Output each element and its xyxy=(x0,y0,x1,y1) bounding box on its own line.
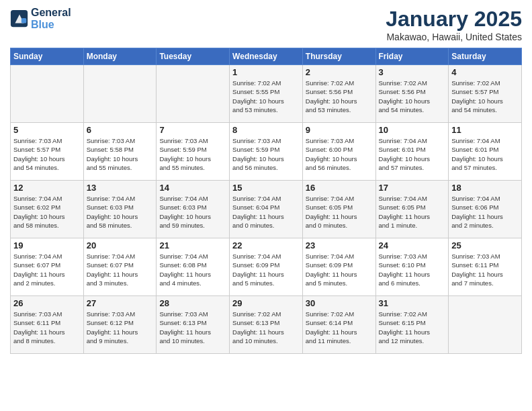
day-info: Sunrise: 7:02 AM Sunset: 6:15 PM Dayligh… xyxy=(379,310,446,345)
day-info: Sunrise: 7:04 AM Sunset: 6:01 PM Dayligh… xyxy=(451,136,519,172)
svg-rect-2 xyxy=(21,18,26,23)
calendar-cell xyxy=(449,296,522,354)
day-info: Sunrise: 7:02 AM Sunset: 5:56 PM Dayligh… xyxy=(306,79,373,114)
logo: General Blue xyxy=(10,7,71,30)
day-info: Sunrise: 7:03 AM Sunset: 5:59 PM Dayligh… xyxy=(232,136,300,172)
calendar-cell: 31Sunrise: 7:02 AM Sunset: 6:15 PM Dayli… xyxy=(375,296,449,354)
logo-icon xyxy=(10,9,29,28)
calendar-cell: 21Sunrise: 7:04 AM Sunset: 6:08 PM Dayli… xyxy=(157,238,230,296)
day-info: Sunrise: 7:03 AM Sunset: 5:59 PM Dayligh… xyxy=(159,136,226,172)
day-info: Sunrise: 7:04 AM Sunset: 6:03 PM Dayligh… xyxy=(159,194,226,230)
week-row-1: 1Sunrise: 7:02 AM Sunset: 5:55 PM Daylig… xyxy=(11,65,522,123)
day-info: Sunrise: 7:02 AM Sunset: 6:14 PM Dayligh… xyxy=(306,310,373,345)
logo-text-line1: General xyxy=(31,7,71,19)
day-info: Sunrise: 7:04 AM Sunset: 6:09 PM Dayligh… xyxy=(306,252,373,287)
day-number: 20 xyxy=(87,240,154,250)
calendar-cell: 11Sunrise: 7:04 AM Sunset: 6:01 PM Dayli… xyxy=(449,123,522,181)
day-info: Sunrise: 7:03 AM Sunset: 6:11 PM Dayligh… xyxy=(451,252,519,287)
day-number: 28 xyxy=(159,298,226,308)
day-number: 29 xyxy=(232,298,300,308)
day-number: 3 xyxy=(379,67,446,77)
calendar-cell xyxy=(11,65,84,123)
calendar-cell: 27Sunrise: 7:03 AM Sunset: 6:12 PM Dayli… xyxy=(83,296,157,354)
day-number: 13 xyxy=(87,183,154,193)
calendar-cell xyxy=(157,65,230,123)
calendar-cell: 13Sunrise: 7:04 AM Sunset: 6:03 PM Dayli… xyxy=(83,181,157,238)
weekday-header-tuesday: Tuesday xyxy=(157,48,230,65)
day-number: 14 xyxy=(159,183,226,193)
week-row-5: 26Sunrise: 7:03 AM Sunset: 6:11 PM Dayli… xyxy=(11,296,522,354)
weekday-header-saturday: Saturday xyxy=(449,48,522,65)
calendar-cell: 20Sunrise: 7:04 AM Sunset: 6:07 PM Dayli… xyxy=(83,238,157,296)
day-number: 8 xyxy=(232,125,300,135)
day-info: Sunrise: 7:04 AM Sunset: 6:03 PM Dayligh… xyxy=(87,194,154,230)
header: General Blue January 2025 Makawao, Hawai… xyxy=(10,7,522,42)
day-info: Sunrise: 7:04 AM Sunset: 6:07 PM Dayligh… xyxy=(87,252,154,287)
day-info: Sunrise: 7:04 AM Sunset: 6:09 PM Dayligh… xyxy=(232,252,300,287)
title-block: January 2025 Makawao, Hawaii, United Sta… xyxy=(386,7,522,42)
calendar-cell: 29Sunrise: 7:02 AM Sunset: 6:13 PM Dayli… xyxy=(230,296,303,354)
calendar-cell: 3Sunrise: 7:02 AM Sunset: 5:56 PM Daylig… xyxy=(375,65,449,123)
week-row-2: 5Sunrise: 7:03 AM Sunset: 5:57 PM Daylig… xyxy=(11,123,522,181)
calendar-cell: 18Sunrise: 7:04 AM Sunset: 6:06 PM Dayli… xyxy=(449,181,522,238)
day-info: Sunrise: 7:03 AM Sunset: 6:00 PM Dayligh… xyxy=(306,136,373,172)
day-info: Sunrise: 7:04 AM Sunset: 6:01 PM Dayligh… xyxy=(379,136,446,172)
calendar-cell: 24Sunrise: 7:03 AM Sunset: 6:10 PM Dayli… xyxy=(375,238,449,296)
calendar-cell: 7Sunrise: 7:03 AM Sunset: 5:59 PM Daylig… xyxy=(157,123,230,181)
day-number: 15 xyxy=(232,183,300,193)
calendar-cell: 16Sunrise: 7:04 AM Sunset: 6:05 PM Dayli… xyxy=(302,181,375,238)
calendar-cell: 9Sunrise: 7:03 AM Sunset: 6:00 PM Daylig… xyxy=(302,123,375,181)
day-info: Sunrise: 7:03 AM Sunset: 6:12 PM Dayligh… xyxy=(87,310,154,345)
day-number: 18 xyxy=(451,183,519,193)
calendar-cell: 26Sunrise: 7:03 AM Sunset: 6:11 PM Dayli… xyxy=(11,296,84,354)
calendar-container: General Blue January 2025 Makawao, Hawai… xyxy=(0,0,532,361)
day-info: Sunrise: 7:04 AM Sunset: 6:04 PM Dayligh… xyxy=(232,194,300,230)
day-info: Sunrise: 7:02 AM Sunset: 6:13 PM Dayligh… xyxy=(232,310,300,345)
week-row-3: 12Sunrise: 7:04 AM Sunset: 6:02 PM Dayli… xyxy=(11,181,522,238)
day-number: 21 xyxy=(159,240,226,250)
weekday-header-monday: Monday xyxy=(83,48,157,65)
calendar-cell: 1Sunrise: 7:02 AM Sunset: 5:55 PM Daylig… xyxy=(230,65,303,123)
weekday-header-sunday: Sunday xyxy=(11,48,84,65)
calendar-cell: 14Sunrise: 7:04 AM Sunset: 6:03 PM Dayli… xyxy=(157,181,230,238)
day-info: Sunrise: 7:04 AM Sunset: 6:08 PM Dayligh… xyxy=(159,252,226,287)
calendar-cell: 5Sunrise: 7:03 AM Sunset: 5:57 PM Daylig… xyxy=(11,123,84,181)
calendar-cell: 15Sunrise: 7:04 AM Sunset: 6:04 PM Dayli… xyxy=(230,181,303,238)
day-info: Sunrise: 7:04 AM Sunset: 6:05 PM Dayligh… xyxy=(306,194,373,230)
day-number: 5 xyxy=(13,125,81,135)
day-number: 11 xyxy=(451,125,519,135)
day-info: Sunrise: 7:02 AM Sunset: 5:55 PM Dayligh… xyxy=(232,79,300,114)
day-info: Sunrise: 7:04 AM Sunset: 6:02 PM Dayligh… xyxy=(13,194,81,230)
calendar-cell: 4Sunrise: 7:02 AM Sunset: 5:57 PM Daylig… xyxy=(449,65,522,123)
day-number: 1 xyxy=(232,67,300,77)
calendar-cell: 23Sunrise: 7:04 AM Sunset: 6:09 PM Dayli… xyxy=(302,238,375,296)
month-title: January 2025 xyxy=(386,7,522,32)
week-row-4: 19Sunrise: 7:04 AM Sunset: 6:07 PM Dayli… xyxy=(11,238,522,296)
day-number: 27 xyxy=(87,298,154,308)
day-number: 31 xyxy=(379,298,446,308)
day-number: 23 xyxy=(306,240,373,250)
calendar-cell: 22Sunrise: 7:04 AM Sunset: 6:09 PM Dayli… xyxy=(230,238,303,296)
day-number: 2 xyxy=(306,67,373,77)
calendar-cell: 2Sunrise: 7:02 AM Sunset: 5:56 PM Daylig… xyxy=(302,65,375,123)
day-number: 30 xyxy=(306,298,373,308)
calendar-cell: 6Sunrise: 7:03 AM Sunset: 5:58 PM Daylig… xyxy=(83,123,157,181)
calendar-cell: 19Sunrise: 7:04 AM Sunset: 6:07 PM Dayli… xyxy=(11,238,84,296)
day-info: Sunrise: 7:03 AM Sunset: 6:11 PM Dayligh… xyxy=(13,310,81,345)
calendar-cell: 8Sunrise: 7:03 AM Sunset: 5:59 PM Daylig… xyxy=(230,123,303,181)
calendar-cell xyxy=(83,65,157,123)
day-info: Sunrise: 7:03 AM Sunset: 6:13 PM Dayligh… xyxy=(159,310,226,345)
day-info: Sunrise: 7:03 AM Sunset: 6:10 PM Dayligh… xyxy=(379,252,446,287)
day-number: 25 xyxy=(451,240,519,250)
day-number: 26 xyxy=(13,298,81,308)
day-number: 6 xyxy=(87,125,154,135)
day-number: 7 xyxy=(159,125,226,135)
calendar-cell: 17Sunrise: 7:04 AM Sunset: 6:05 PM Dayli… xyxy=(375,181,449,238)
weekday-header-wednesday: Wednesday xyxy=(230,48,303,65)
calendar-table: SundayMondayTuesdayWednesdayThursdayFrid… xyxy=(10,48,522,354)
location-subtitle: Makawao, Hawaii, United States xyxy=(386,32,522,42)
day-number: 22 xyxy=(232,240,300,250)
day-info: Sunrise: 7:03 AM Sunset: 5:57 PM Dayligh… xyxy=(13,136,81,172)
day-info: Sunrise: 7:02 AM Sunset: 5:57 PM Dayligh… xyxy=(451,79,519,114)
day-info: Sunrise: 7:04 AM Sunset: 6:06 PM Dayligh… xyxy=(451,194,519,230)
